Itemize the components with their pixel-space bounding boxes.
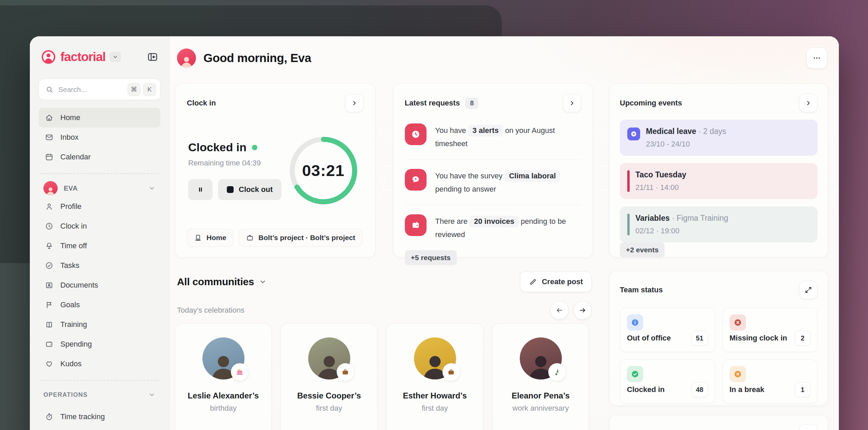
chevron-right-icon[interactable] — [563, 94, 581, 112]
request-item[interactable]: You have 3 alerts on your August timeshe… — [405, 114, 581, 159]
sidebar-item-clock-in[interactable]: Clock in — [39, 216, 160, 236]
celebrations-row: Leslie Alexander’s birthday Send message — [175, 324, 593, 430]
celebrations-title: Today’s celebrations — [177, 306, 244, 315]
status-tile-clocked-in[interactable]: Clocked in 48 — [620, 359, 715, 404]
celebration-name: Esther Howard’s — [403, 391, 467, 400]
request-highlight: 3 alerts — [468, 125, 503, 136]
sidebar-item-label: Kudos — [60, 359, 81, 368]
avatar — [43, 181, 58, 195]
sidebar-item-spending[interactable]: Spending — [39, 334, 160, 354]
sidebar-user-section[interactable]: EVA — [39, 180, 160, 196]
expand-icon[interactable] — [799, 281, 817, 299]
inbox-icon — [45, 133, 54, 142]
request-item[interactable]: You have the survey Clima laboral pendin… — [405, 159, 581, 205]
sidebar-item-label: Calendar — [60, 153, 91, 161]
search-bar[interactable]: ⌘ K — [39, 79, 160, 100]
sidebar-item-kudos[interactable]: Kudos — [39, 354, 160, 374]
event-item[interactable]: Medical leave · 2 days 23/10 - 24/10 — [620, 120, 817, 156]
create-post-button[interactable]: Create post — [520, 272, 592, 292]
clock-out-button[interactable]: Clock out — [218, 179, 281, 200]
flag-icon — [45, 300, 54, 309]
avatar[interactable] — [177, 48, 196, 67]
sidebar-item-training[interactable]: Training — [39, 315, 160, 334]
stopwatch-icon — [45, 412, 54, 421]
card-title: Latest requests — [405, 99, 460, 108]
sidebar-item-label: Tasks — [60, 261, 79, 270]
book-icon — [45, 320, 54, 329]
event-color-bar — [627, 170, 630, 192]
celebration-card: Leslie Alexander’s birthday Send message — [175, 324, 272, 430]
pause-button[interactable] — [188, 179, 213, 200]
location-tag[interactable]: Home — [187, 229, 233, 247]
user-section-label: EVA — [64, 184, 78, 192]
more-requests-pill[interactable]: +5 requests — [405, 250, 457, 265]
briefcase-icon — [442, 363, 460, 381]
logo-wordmark: factorial — [60, 50, 105, 64]
request-item[interactable]: There are 20 invoices pending to be revi… — [405, 205, 581, 250]
sidebar-item-goals[interactable]: Goals — [39, 295, 160, 315]
factorial-logo-icon — [41, 49, 56, 65]
sidebar-item-label: Time off — [60, 241, 87, 250]
clock-icon — [45, 222, 54, 231]
timer-value: 03:21 — [286, 133, 361, 208]
tree-icon — [45, 241, 54, 250]
request-highlight: 20 invoices — [470, 216, 519, 227]
more-events-pill[interactable]: +2 events — [620, 242, 665, 257]
sidebar-item-inbox[interactable]: Inbox — [39, 128, 160, 147]
status-tile-missing-clock-in[interactable]: Missing clock in 2 — [723, 308, 818, 352]
sidebar-item-profile[interactable]: Profile — [39, 197, 160, 216]
celebration-name: Eleanor Pena’s — [512, 391, 570, 400]
home-icon — [45, 113, 54, 122]
project-tag[interactable]: Bolt’s project · Bolt’s project — [239, 229, 362, 247]
gear-icon[interactable] — [799, 424, 817, 430]
more-options-button[interactable] — [806, 47, 827, 69]
sidebar-item-time-off[interactable]: Time off — [39, 236, 160, 256]
sidebar-item-calendar[interactable]: Calendar — [39, 147, 160, 167]
calendar-icon — [45, 153, 54, 161]
chevron-down-icon[interactable] — [148, 184, 156, 192]
status-count: 51 — [691, 331, 708, 346]
right-column: Upcoming events Medical leave · 2 d — [609, 83, 828, 430]
collapse-sidebar-icon[interactable] — [147, 51, 158, 63]
sidebar-item-documents[interactable]: Documents — [39, 275, 160, 295]
briefcase-icon — [337, 363, 354, 381]
bottle-icon — [548, 363, 566, 381]
clock-out-label: Clock out — [239, 185, 273, 194]
celebrations-header: Today’s celebrations — [177, 303, 592, 317]
sidebar-item-shifts[interactable]: Shifts — [39, 427, 160, 430]
sidebar-operations-section[interactable]: OPERATIONS — [39, 387, 160, 402]
sidebar-item-label: Inbox — [60, 133, 79, 142]
search-input[interactable] — [58, 85, 125, 94]
card-title: Upcoming events — [620, 99, 682, 108]
main-area: Good morning, Eva Clock in — [170, 36, 839, 430]
sidebar-item-time-tracking[interactable]: Time tracking — [39, 407, 160, 427]
celebration-name: Leslie Alexander’s — [188, 391, 259, 400]
sidebar-item-tasks[interactable]: Tasks — [39, 256, 160, 275]
status-tile-in-a-break[interactable]: In a break 1 — [723, 359, 818, 404]
workspace-chevron-down-icon[interactable] — [110, 52, 121, 62]
sidebar-item-home[interactable]: Home — [39, 108, 160, 128]
celebration-card: Eleanor Pena’s work anniversary Send mes… — [492, 324, 589, 430]
sidebar-item-label: Training — [60, 320, 87, 329]
chevron-down-icon[interactable] — [259, 278, 267, 286]
check-circle-filled-icon — [627, 366, 643, 382]
carousel-left-arrow-icon[interactable] — [550, 301, 569, 319]
sidebar-item-label: Spending — [60, 340, 92, 349]
logo-row: factorial — [41, 47, 158, 66]
chevron-right-icon[interactable] — [345, 94, 363, 112]
stop-icon — [227, 186, 234, 193]
chevron-down-icon[interactable] — [148, 391, 156, 398]
celebration-occasion: work anniversary — [512, 404, 569, 413]
feed-column: Clock in Clocked in Remai — [175, 83, 593, 430]
celebration-occasion: birthday — [210, 404, 236, 413]
requests-count-badge: 8 — [465, 98, 478, 109]
event-item[interactable]: Variables · Figma Training 02/12 · 19:00 — [620, 207, 817, 242]
event-item[interactable]: Taco Tuesday 21/11 · 14:00 — [620, 163, 817, 199]
status-tile-out-of-office[interactable]: Out of office 51 — [620, 308, 715, 352]
chevron-right-icon[interactable] — [799, 94, 817, 112]
carousel-right-arrow-icon[interactable] — [573, 301, 592, 319]
status-count: 2 — [795, 331, 810, 346]
heart-icon — [45, 359, 54, 368]
sidebar-item-label: Documents — [60, 281, 98, 290]
sidebar-divider — [40, 173, 159, 174]
